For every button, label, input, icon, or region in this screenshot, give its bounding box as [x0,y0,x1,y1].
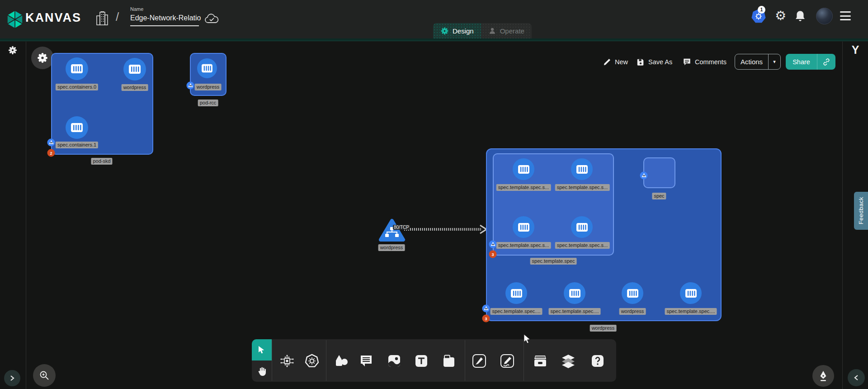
error-count-badge[interactable]: 2 [47,149,55,157]
group-spec-template-spec[interactable] [493,153,614,256]
error-count-badge[interactable]: 3 [489,251,497,258]
node-container[interactable] [680,282,702,304]
edge-arrowhead-icon [480,225,486,233]
container-icon [576,164,588,175]
settings-gear-icon[interactable]: ⚙ [775,8,786,23]
select-tool[interactable] [252,339,272,361]
relationship-badge[interactable] [187,82,194,90]
edge-service-to-deployment[interactable] [402,223,489,235]
new-button[interactable]: New [603,56,628,68]
save-as-button[interactable]: Save As [637,56,672,68]
relationship-badge[interactable] [47,139,55,147]
node-container[interactable] [66,116,88,139]
organization-icon[interactable] [96,11,108,26]
save-as-label: Save As [648,58,672,66]
toolbar-divider [465,340,465,381]
mode-tabs: Design Operate [433,23,532,38]
save-floppy-icon [637,58,645,66]
comments-icon [683,58,691,66]
node-label: wordpress [195,84,222,90]
layers-icon [561,354,576,368]
container-icon [576,222,588,232]
pencil-tool[interactable] [497,351,517,371]
design-name-label: Name [130,6,143,12]
pen-tool[interactable] [469,351,489,371]
container-icon [71,122,83,133]
collapsed-node-pinwheel[interactable] [31,47,54,69]
k8s-context-count-badge[interactable]: 1 [758,6,765,14]
relationship-badge[interactable] [489,241,497,248]
node-container[interactable] [513,158,534,180]
history-spinner-icon[interactable] [8,45,18,55]
share-split-button[interactable]: Share [786,54,835,70]
container-icon [627,288,639,299]
hand-icon [257,366,266,376]
node-container[interactable] [505,282,527,304]
note-tool[interactable] [439,351,459,371]
user-avatar[interactable] [816,8,833,24]
relationship-badge[interactable] [640,172,648,180]
layers-tool[interactable] [558,351,578,371]
breadcrumb-separator: / [116,10,119,24]
components-tool[interactable] [277,351,297,371]
container-icon [518,164,530,175]
shapes-tool[interactable] [331,351,351,371]
tab-design[interactable]: Design [433,23,481,38]
cursor-arrow-icon [258,346,266,355]
node-spec[interactable] [643,157,675,188]
node-container[interactable] [571,158,593,180]
node-label: wordpress [619,308,646,315]
logo-text[interactable]: KANVAS [25,11,81,25]
new-label: New [615,58,628,66]
node-container[interactable] [66,57,88,80]
comments-button[interactable]: Comments [683,56,726,68]
container-icon [685,288,697,299]
node-label: spec.template.spec.s... [496,184,551,191]
node-container[interactable] [622,282,643,304]
feedback-tab[interactable]: Feedback [854,192,868,230]
drawer-tool[interactable] [530,351,550,371]
help-tool[interactable] [588,351,608,371]
group-label: wordpress [590,325,617,332]
error-count-badge[interactable]: 3 [482,315,490,323]
pen-nib-icon [818,370,828,381]
kubernetes-tool[interactable] [302,351,322,371]
zoom-search-button[interactable] [33,364,56,387]
toolbar-divider [326,340,326,381]
node-label: spec.template.spec.s... [496,242,551,249]
text-tool[interactable] [411,351,431,371]
design-name-input[interactable]: Edge-Network-Relatio [130,14,201,22]
menu-hamburger-icon[interactable] [840,11,851,20]
link-icon [822,58,830,66]
collapse-right-panel-button[interactable] [848,369,865,386]
comment-tool[interactable] [356,351,376,371]
kanvas-logo-icon[interactable] [6,10,24,29]
node-container[interactable] [123,58,146,81]
actions-caret-icon[interactable]: ▾ [769,59,780,65]
actions-split-button[interactable]: Actions ▾ [735,54,781,70]
node-container[interactable] [197,58,217,78]
text-icon [415,354,428,368]
node-container[interactable] [571,216,593,238]
freestyle-pen-button[interactable] [812,365,834,387]
design-name-underline [130,25,199,26]
node-label: spec.containers.1 [56,142,98,148]
node-container[interactable] [564,282,585,304]
pencil-scribble-icon [500,354,514,368]
notifications-bell-icon[interactable] [794,10,806,23]
expand-left-panel-button[interactable] [4,370,20,386]
toolbar-divider [272,340,272,381]
node-container[interactable] [513,216,534,238]
image-tool[interactable] [384,351,404,371]
actions-label: Actions [735,58,768,66]
node-label: spec.template.spec.... [491,308,542,315]
image-icon [387,354,401,368]
layer5-y-icon[interactable]: Y [849,43,862,57]
node-service-triangle[interactable] [378,218,406,242]
copy-link-button[interactable] [817,58,835,66]
relationship-badge[interactable] [482,305,490,313]
pan-tool[interactable] [252,361,272,382]
node-label: spec.template.spec.... [549,308,601,315]
pinwheel-icon [37,52,48,64]
tab-operate[interactable]: Operate [481,23,532,38]
